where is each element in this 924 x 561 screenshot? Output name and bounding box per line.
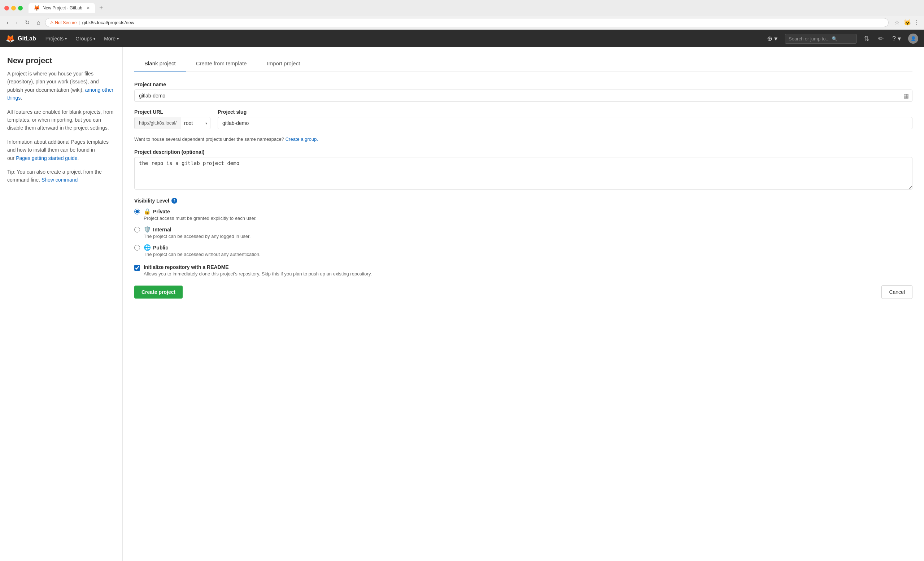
visibility-internal-content: 🛡️ Internal The project can be accessed … [144,226,250,239]
refresh-button[interactable]: ↻ [23,18,32,27]
visibility-internal-desc: The project can be accessed by any logge… [144,234,250,239]
more-chevron-icon: ▾ [117,37,119,41]
search-box[interactable]: Search or jump to... 🔍 [784,34,857,44]
groups-chevron-icon: ▾ [93,37,95,41]
project-name-group: Project name ▦ [134,82,912,102]
merge-requests-icon[interactable]: ⇅ [862,33,871,44]
cancel-button[interactable]: Cancel [881,285,912,299]
maximize-dot[interactable] [18,6,23,10]
lock-icon: 🔒 [144,208,151,215]
user-avatar-icon[interactable]: 😺 [904,19,911,26]
pages-guide-link[interactable]: Pages getting started guide [16,155,77,161]
sidebar-para2: All features are enabled for blank proje… [7,108,115,132]
project-url-label: Project URL [134,109,210,115]
browser-menu-button[interactable]: ⋮ [914,19,920,26]
visibility-internal-radio[interactable] [134,227,140,232]
tab-import-project[interactable]: Import project [257,56,310,72]
project-description-input[interactable]: the repo is a gitlab project demo [134,157,912,189]
gitlab-logo-icon: 🦊 [6,34,15,43]
init-readme-checkbox[interactable] [134,265,140,271]
visibility-private-radio[interactable] [134,208,140,214]
warning-triangle-icon: ⚠ [50,20,54,25]
url-slug-row: Project URL http://git.k8s.local/ root ▾… [134,109,912,129]
nav-projects[interactable]: Projects ▾ [42,34,71,43]
tab-create-from-template[interactable]: Create from template [186,56,257,72]
tab-favicon: 🦊 [34,5,40,11]
project-description-label: Project description (optional) [134,149,912,155]
visibility-label: Visibility Level ? [134,198,912,204]
visibility-internal-label: 🛡️ Internal [144,226,250,233]
forward-button[interactable]: › [14,19,20,27]
namespace-select[interactable]: root [181,117,210,129]
search-icon: 🔍 [832,36,837,42]
visibility-private-content: 🔒 Private Project access must be granted… [144,208,256,221]
url-prefix: http://git.k8s.local/ [135,117,181,129]
url-select-wrapper: root ▾ [181,117,210,129]
project-slug-input[interactable] [218,117,912,129]
new-item-button[interactable]: ⊕ ▾ [765,33,779,44]
project-name-input[interactable] [134,90,912,102]
tab-title: New Project · GitLab [43,5,82,10]
form-actions: Create project Cancel [134,285,912,299]
visibility-section: Visibility Level ? 🔒 Private Project acc… [134,198,912,257]
tab-blank-project[interactable]: Blank project [134,56,186,72]
bookmark-icon[interactable]: ☆ [894,19,900,26]
address-bar[interactable]: ⚠ Not Secure | git.k8s.local/projects/ne… [45,18,889,27]
browser-tab[interactable]: 🦊 New Project · GitLab ✕ [28,3,95,13]
sidebar-tip: Tip: You can also create a project from … [7,168,115,184]
address-separator: | [79,20,80,25]
init-readme-label: Initialize repository with a README [144,264,372,270]
project-slug-label: Project slug [218,109,912,115]
visibility-internal-option: 🛡️ Internal The project can be accessed … [134,226,912,239]
home-button[interactable]: ⌂ [34,19,43,27]
page-title: New project [7,56,115,65]
shield-icon: 🛡️ [144,226,151,233]
page-container: New project A project is where you house… [0,47,924,561]
nav-more[interactable]: More ▾ [100,34,122,43]
init-readme-group: Initialize repository with a README Allo… [134,264,912,276]
nav-groups[interactable]: Groups ▾ [72,34,99,43]
projects-chevron-icon: ▾ [65,37,67,41]
gitlab-logo[interactable]: 🦊 GitLab [6,34,36,43]
back-button[interactable]: ‹ [4,19,10,27]
project-name-input-wrapper: ▦ [134,90,912,102]
nav-links: Projects ▾ Groups ▾ More ▾ [42,34,122,43]
close-dot[interactable] [4,6,9,10]
gitlab-navbar: 🦊 GitLab Projects ▾ Groups ▾ More ▾ ⊕ ▾ … [0,30,924,47]
create-group-hint: Want to house several dependent projects… [134,136,912,142]
visibility-public-desc: The project can be accessed without any … [144,252,261,257]
sidebar-para3: Information about additional Pages templ… [7,138,115,162]
avatar-icon: 👤 [910,36,916,41]
main-content: Blank project Create from template Impor… [123,47,924,561]
visibility-help-icon[interactable]: ? [171,198,177,204]
create-group-link[interactable]: Create a group. [285,136,318,142]
visibility-radio-group: 🔒 Private Project access must be granted… [134,208,912,257]
tab-bar: Blank project Create from template Impor… [134,56,912,72]
visibility-private-option: 🔒 Private Project access must be granted… [134,208,912,221]
project-description-group: Project description (optional) the repo … [134,149,912,190]
user-avatar[interactable]: 👤 [908,34,918,44]
visibility-public-radio[interactable] [134,245,140,250]
visibility-private-label: 🔒 Private [144,208,256,215]
sidebar-para1: A project is where you house your files … [7,70,115,102]
visibility-public-label: 🌐 Public [144,244,261,251]
init-readme-option: Initialize repository with a README Allo… [134,264,912,276]
url-input-group: http://git.k8s.local/ root ▾ [134,117,210,129]
browser-chrome: 🦊 New Project · GitLab ✕ + ‹ › ↻ ⌂ ⚠ Not… [0,0,924,30]
gitlab-logo-text: GitLab [18,35,36,42]
create-project-button[interactable]: Create project [134,285,183,298]
browser-titlebar: 🦊 New Project · GitLab ✕ + [0,0,924,16]
help-icon[interactable]: ? ▾ [891,33,902,44]
project-url-group: Project URL http://git.k8s.local/ root ▾ [134,109,210,129]
project-slug-group: Project slug [218,109,912,129]
issues-icon[interactable]: ✏ [877,33,885,44]
new-tab-button[interactable]: + [99,4,103,12]
project-name-icon: ▦ [903,92,909,99]
visibility-public-content: 🌐 Public The project can be accessed wit… [144,244,261,257]
show-command-link[interactable]: Show command [42,177,78,183]
init-readme-label-wrap: Initialize repository with a README Allo… [144,264,372,276]
address-text: git.k8s.local/projects/new [82,20,135,25]
init-readme-desc: Allows you to immediately clone this pro… [144,271,372,276]
tab-close-button[interactable]: ✕ [87,6,90,10]
minimize-dot[interactable] [11,6,16,10]
